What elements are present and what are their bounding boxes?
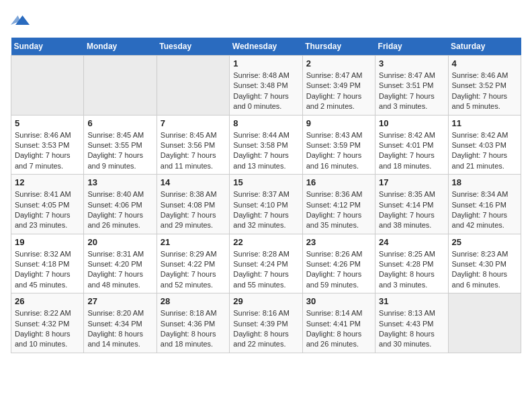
day-info: Sunrise: 8:28 AMSunset: 4:24 PMDaylight:… — [233, 249, 298, 291]
day-info: Sunrise: 8:20 AMSunset: 4:34 PMDaylight:… — [87, 308, 152, 350]
weekday-header-sunday: Sunday — [11, 38, 84, 56]
calendar-day-cell: 3Sunrise: 8:47 AMSunset: 3:51 PMDaylight… — [375, 56, 448, 116]
day-number: 15 — [233, 177, 298, 187]
day-number: 21 — [161, 237, 226, 247]
day-info: Sunrise: 8:35 AMSunset: 4:14 PMDaylight:… — [379, 189, 444, 231]
calendar-day-cell — [157, 56, 229, 116]
calendar-day-cell: 16Sunrise: 8:36 AMSunset: 4:12 PMDayligh… — [302, 175, 375, 234]
calendar-day-cell: 10Sunrise: 8:42 AMSunset: 4:01 PMDayligh… — [375, 115, 448, 175]
day-number: 20 — [87, 237, 152, 247]
calendar-day-cell: 11Sunrise: 8:42 AMSunset: 4:03 PMDayligh… — [448, 115, 521, 175]
day-info: Sunrise: 8:44 AMSunset: 3:58 PMDaylight:… — [233, 130, 298, 172]
calendar-day-cell: 8Sunrise: 8:44 AMSunset: 3:58 PMDaylight… — [230, 115, 302, 175]
calendar-day-cell: 30Sunrise: 8:14 AMSunset: 4:41 PMDayligh… — [302, 293, 375, 353]
calendar-day-cell: 9Sunrise: 8:43 AMSunset: 3:59 PMDaylight… — [302, 115, 375, 175]
day-number: 6 — [87, 118, 152, 128]
calendar-day-cell: 22Sunrise: 8:28 AMSunset: 4:24 PMDayligh… — [230, 234, 302, 293]
day-number: 3 — [379, 58, 444, 68]
day-info: Sunrise: 8:45 AMSunset: 3:56 PMDaylight:… — [161, 130, 226, 172]
calendar-day-cell: 1Sunrise: 8:48 AMSunset: 3:48 PMDaylight… — [230, 56, 302, 116]
calendar-day-cell: 2Sunrise: 8:47 AMSunset: 3:49 PMDaylight… — [302, 56, 375, 116]
calendar-day-cell: 20Sunrise: 8:31 AMSunset: 4:20 PMDayligh… — [84, 234, 157, 293]
calendar-table: SundayMondayTuesdayWednesdayThursdayFrid… — [11, 38, 521, 353]
calendar-day-cell: 14Sunrise: 8:38 AMSunset: 4:08 PMDayligh… — [157, 175, 229, 234]
calendar-week-row: 12Sunrise: 8:41 AMSunset: 4:05 PMDayligh… — [11, 175, 521, 234]
day-number: 2 — [306, 58, 371, 68]
day-info: Sunrise: 8:31 AMSunset: 4:20 PMDaylight:… — [87, 249, 152, 291]
weekday-header-friday: Friday — [375, 38, 448, 56]
page-header — [11, 11, 521, 30]
day-number: 28 — [161, 296, 226, 306]
calendar-week-row: 19Sunrise: 8:32 AMSunset: 4:18 PMDayligh… — [11, 234, 521, 293]
weekday-header-saturday: Saturday — [448, 38, 521, 56]
day-info: Sunrise: 8:22 AMSunset: 4:32 PMDaylight:… — [15, 308, 80, 350]
day-number: 25 — [452, 237, 517, 247]
calendar-day-cell: 23Sunrise: 8:26 AMSunset: 4:26 PMDayligh… — [302, 234, 375, 293]
weekday-header-tuesday: Tuesday — [157, 38, 229, 56]
day-number: 16 — [306, 177, 371, 187]
day-number: 17 — [379, 177, 444, 187]
day-number: 31 — [379, 296, 444, 306]
day-info: Sunrise: 8:25 AMSunset: 4:28 PMDaylight:… — [379, 249, 444, 291]
day-info: Sunrise: 8:46 AMSunset: 3:52 PMDaylight:… — [452, 71, 517, 112]
day-info: Sunrise: 8:14 AMSunset: 4:41 PMDaylight:… — [306, 308, 371, 350]
day-number: 19 — [15, 237, 80, 247]
calendar-day-cell: 17Sunrise: 8:35 AMSunset: 4:14 PMDayligh… — [375, 175, 448, 234]
calendar-day-cell: 12Sunrise: 8:41 AMSunset: 4:05 PMDayligh… — [11, 175, 84, 234]
day-number: 26 — [15, 296, 80, 306]
weekday-header-wednesday: Wednesday — [230, 38, 302, 56]
calendar-day-cell: 15Sunrise: 8:37 AMSunset: 4:10 PMDayligh… — [230, 175, 302, 234]
calendar-day-cell: 29Sunrise: 8:16 AMSunset: 4:39 PMDayligh… — [230, 293, 302, 353]
day-info: Sunrise: 8:47 AMSunset: 3:49 PMDaylight:… — [306, 71, 371, 112]
calendar-day-cell: 26Sunrise: 8:22 AMSunset: 4:32 PMDayligh… — [11, 293, 84, 353]
day-info: Sunrise: 8:42 AMSunset: 4:01 PMDaylight:… — [379, 130, 444, 172]
calendar-day-cell — [448, 293, 521, 353]
calendar-day-cell: 7Sunrise: 8:45 AMSunset: 3:56 PMDaylight… — [157, 115, 229, 175]
weekday-header-thursday: Thursday — [302, 38, 375, 56]
calendar-day-cell: 27Sunrise: 8:20 AMSunset: 4:34 PMDayligh… — [84, 293, 157, 353]
day-info: Sunrise: 8:18 AMSunset: 4:36 PMDaylight:… — [161, 308, 226, 350]
weekday-header-monday: Monday — [84, 38, 157, 56]
calendar-day-cell: 21Sunrise: 8:29 AMSunset: 4:22 PMDayligh… — [157, 234, 229, 293]
day-number: 11 — [452, 118, 517, 128]
day-number: 18 — [452, 177, 517, 187]
day-info: Sunrise: 8:34 AMSunset: 4:16 PMDaylight:… — [452, 189, 517, 231]
day-number: 13 — [87, 177, 152, 187]
calendar-week-row: 1Sunrise: 8:48 AMSunset: 3:48 PMDaylight… — [11, 56, 521, 116]
calendar-day-cell: 31Sunrise: 8:13 AMSunset: 4:43 PMDayligh… — [375, 293, 448, 353]
day-info: Sunrise: 8:29 AMSunset: 4:22 PMDaylight:… — [161, 249, 226, 291]
calendar-day-cell: 28Sunrise: 8:18 AMSunset: 4:36 PMDayligh… — [157, 293, 229, 353]
day-info: Sunrise: 8:48 AMSunset: 3:48 PMDaylight:… — [233, 71, 298, 112]
calendar-day-cell: 25Sunrise: 8:23 AMSunset: 4:30 PMDayligh… — [448, 234, 521, 293]
day-info: Sunrise: 8:26 AMSunset: 4:26 PMDaylight:… — [306, 249, 371, 291]
calendar-day-cell: 5Sunrise: 8:46 AMSunset: 3:53 PMDaylight… — [11, 115, 84, 175]
day-info: Sunrise: 8:46 AMSunset: 3:53 PMDaylight:… — [15, 130, 80, 172]
calendar-day-cell — [11, 56, 84, 116]
calendar-day-cell: 18Sunrise: 8:34 AMSunset: 4:16 PMDayligh… — [448, 175, 521, 234]
day-number: 8 — [233, 118, 298, 128]
day-number: 10 — [379, 118, 444, 128]
day-info: Sunrise: 8:45 AMSunset: 3:55 PMDaylight:… — [87, 130, 152, 172]
day-number: 29 — [233, 296, 298, 306]
day-number: 1 — [233, 58, 298, 68]
calendar-body: 1Sunrise: 8:48 AMSunset: 3:48 PMDaylight… — [11, 56, 521, 353]
day-info: Sunrise: 8:38 AMSunset: 4:08 PMDaylight:… — [161, 189, 226, 231]
day-number: 12 — [15, 177, 80, 187]
day-info: Sunrise: 8:13 AMSunset: 4:43 PMDaylight:… — [379, 308, 444, 350]
calendar-week-row: 26Sunrise: 8:22 AMSunset: 4:32 PMDayligh… — [11, 293, 521, 353]
calendar-day-cell: 4Sunrise: 8:46 AMSunset: 3:52 PMDaylight… — [448, 56, 521, 116]
day-number: 5 — [15, 118, 80, 128]
day-number: 23 — [306, 237, 371, 247]
calendar-day-cell: 6Sunrise: 8:45 AMSunset: 3:55 PMDaylight… — [84, 115, 157, 175]
calendar-day-cell — [84, 56, 157, 116]
day-number: 4 — [452, 58, 517, 68]
logo-icon — [11, 11, 30, 30]
calendar-day-cell: 24Sunrise: 8:25 AMSunset: 4:28 PMDayligh… — [375, 234, 448, 293]
calendar-day-cell: 19Sunrise: 8:32 AMSunset: 4:18 PMDayligh… — [11, 234, 84, 293]
day-info: Sunrise: 8:16 AMSunset: 4:39 PMDaylight:… — [233, 308, 298, 350]
day-info: Sunrise: 8:40 AMSunset: 4:06 PMDaylight:… — [87, 189, 152, 231]
day-number: 14 — [161, 177, 226, 187]
calendar-week-row: 5Sunrise: 8:46 AMSunset: 3:53 PMDaylight… — [11, 115, 521, 175]
day-number: 24 — [379, 237, 444, 247]
day-info: Sunrise: 8:23 AMSunset: 4:30 PMDaylight:… — [452, 249, 517, 291]
